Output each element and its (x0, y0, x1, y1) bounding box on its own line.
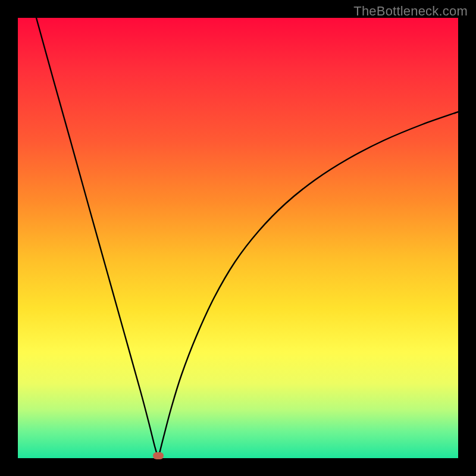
chart-container: TheBottleneck.com (0, 0, 476, 476)
curve-left-path (36, 18, 158, 458)
plot-area (18, 18, 458, 458)
curve-right-path (158, 112, 458, 458)
curve-svg (18, 18, 458, 458)
watermark-text: TheBottleneck.com (353, 4, 468, 19)
bottleneck-marker (153, 452, 164, 459)
